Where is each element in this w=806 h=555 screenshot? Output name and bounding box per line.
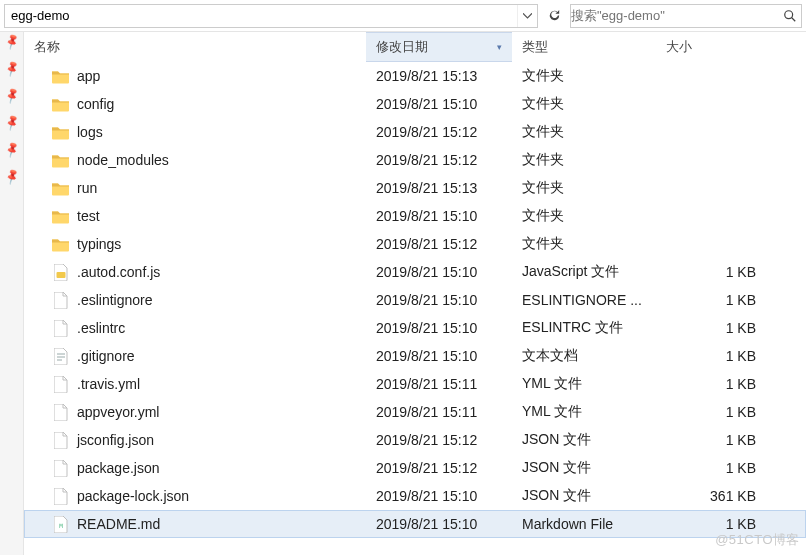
search-icon xyxy=(783,9,797,23)
file-name: README.md xyxy=(77,516,160,532)
table-row[interactable]: node_modules2019/8/21 15:12文件夹 xyxy=(24,146,806,174)
address-input[interactable] xyxy=(5,8,517,23)
cell-name: package.json xyxy=(24,460,366,477)
cell-size: 361 KB xyxy=(656,488,776,504)
table-row[interactable]: .eslintrc2019/8/21 15:10ESLINTRC 文件1 KB xyxy=(24,314,806,342)
file-rows: app2019/8/21 15:13文件夹config2019/8/21 15:… xyxy=(24,62,806,538)
file-list-view: 名称 修改日期 ▾ 类型 大小 app2019/8/21 15:13文件夹con… xyxy=(24,32,806,555)
cell-date: 2019/8/21 15:10 xyxy=(366,208,512,224)
folder-icon xyxy=(52,180,69,197)
table-row[interactable]: config2019/8/21 15:10文件夹 xyxy=(24,90,806,118)
cell-date: 2019/8/21 15:13 xyxy=(366,180,512,196)
table-row[interactable]: .eslintignore2019/8/21 15:10ESLINTIGNORE… xyxy=(24,286,806,314)
cell-date: 2019/8/21 15:10 xyxy=(366,264,512,280)
table-row[interactable]: typings2019/8/21 15:12文件夹 xyxy=(24,230,806,258)
folder-icon xyxy=(52,124,69,141)
pin-icon: 📌 xyxy=(2,86,21,104)
nav-pane-collapsed: 📌 📌 📌 📌 📌 📌 xyxy=(0,32,24,555)
header-name[interactable]: 名称 xyxy=(24,32,366,62)
folder-icon xyxy=(52,68,69,85)
header-date-label: 修改日期 xyxy=(376,38,428,56)
cell-date: 2019/8/21 15:11 xyxy=(366,376,512,392)
text-file-icon xyxy=(52,348,69,365)
svg-line-1 xyxy=(792,17,796,21)
cell-name: jsconfig.json xyxy=(24,432,366,449)
cell-name: typings xyxy=(24,236,366,253)
svg-rect-2 xyxy=(56,272,65,278)
table-row[interactable]: .travis.yml2019/8/21 15:11YML 文件1 KB xyxy=(24,370,806,398)
address-history-dropdown[interactable] xyxy=(517,5,537,27)
search-button[interactable] xyxy=(779,9,801,23)
table-row[interactable]: logs2019/8/21 15:12文件夹 xyxy=(24,118,806,146)
file-name: package.json xyxy=(77,460,160,476)
header-date[interactable]: 修改日期 ▾ xyxy=(366,32,512,62)
cell-type: JavaScript 文件 xyxy=(512,263,656,281)
cell-size: 1 KB xyxy=(656,460,776,476)
cell-name: MREADME.md xyxy=(24,516,366,533)
file-name: .eslintrc xyxy=(77,320,125,336)
file-name: package-lock.json xyxy=(77,488,189,504)
cell-type: JSON 文件 xyxy=(512,459,656,477)
table-row[interactable]: run2019/8/21 15:13文件夹 xyxy=(24,174,806,202)
file-name: logs xyxy=(77,124,103,140)
cell-date: 2019/8/21 15:12 xyxy=(366,432,512,448)
pin-icon: 📌 xyxy=(2,59,21,77)
file-name: node_modules xyxy=(77,152,169,168)
table-row[interactable]: MREADME.md2019/8/21 15:10Markdown File1 … xyxy=(24,510,806,538)
cell-type: 文件夹 xyxy=(512,151,656,169)
table-row[interactable]: package.json2019/8/21 15:12JSON 文件1 KB xyxy=(24,454,806,482)
file-name: config xyxy=(77,96,114,112)
pin-icon: 📌 xyxy=(2,113,21,131)
cell-name: .gitignore xyxy=(24,348,366,365)
cell-name: node_modules xyxy=(24,152,366,169)
cell-type: 文本文档 xyxy=(512,347,656,365)
cell-type: YML 文件 xyxy=(512,375,656,393)
svg-point-0 xyxy=(785,10,793,18)
cell-size: 1 KB xyxy=(656,348,776,364)
cell-name: run xyxy=(24,180,366,197)
pin-icon: 📌 xyxy=(2,32,21,50)
table-row[interactable]: app2019/8/21 15:13文件夹 xyxy=(24,62,806,90)
file-name: test xyxy=(77,208,100,224)
cell-size: 1 KB xyxy=(656,432,776,448)
cell-date: 2019/8/21 15:10 xyxy=(366,488,512,504)
table-row[interactable]: .gitignore2019/8/21 15:10文本文档1 KB xyxy=(24,342,806,370)
cell-date: 2019/8/21 15:11 xyxy=(366,404,512,420)
folder-icon xyxy=(52,208,69,225)
toolbar xyxy=(0,0,806,32)
table-row[interactable]: appveyor.yml2019/8/21 15:11YML 文件1 KB xyxy=(24,398,806,426)
table-row[interactable]: test2019/8/21 15:10文件夹 xyxy=(24,202,806,230)
search-input[interactable] xyxy=(571,8,779,23)
file-name: .travis.yml xyxy=(77,376,140,392)
cell-type: ESLINTIGNORE ... xyxy=(512,292,656,308)
cell-name: .travis.yml xyxy=(24,376,366,393)
table-row[interactable]: jsconfig.json2019/8/21 15:12JSON 文件1 KB xyxy=(24,426,806,454)
file-name: .eslintignore xyxy=(77,292,153,308)
svg-text:M: M xyxy=(59,522,63,529)
column-headers: 名称 修改日期 ▾ 类型 大小 xyxy=(24,32,806,62)
pin-icon: 📌 xyxy=(2,167,21,185)
cell-date: 2019/8/21 15:12 xyxy=(366,236,512,252)
cell-date: 2019/8/21 15:12 xyxy=(366,152,512,168)
header-size[interactable]: 大小 xyxy=(656,32,776,62)
cell-name: app xyxy=(24,68,366,85)
header-type[interactable]: 类型 xyxy=(512,32,656,62)
table-row[interactable]: .autod.conf.js2019/8/21 15:10JavaScript … xyxy=(24,258,806,286)
cell-date: 2019/8/21 15:10 xyxy=(366,320,512,336)
cell-type: YML 文件 xyxy=(512,403,656,421)
address-bar[interactable] xyxy=(4,4,538,28)
pin-icon: 📌 xyxy=(2,140,21,158)
cell-type: Markdown File xyxy=(512,516,656,532)
table-row[interactable]: package-lock.json2019/8/21 15:10JSON 文件3… xyxy=(24,482,806,510)
refresh-button[interactable] xyxy=(542,4,566,28)
cell-date: 2019/8/21 15:12 xyxy=(366,124,512,140)
js-file-icon xyxy=(52,264,69,281)
cell-size: 1 KB xyxy=(656,376,776,392)
file-icon xyxy=(52,404,69,421)
cell-type: ESLINTRC 文件 xyxy=(512,319,656,337)
cell-name: appveyor.yml xyxy=(24,404,366,421)
file-icon xyxy=(52,460,69,477)
file-icon xyxy=(52,376,69,393)
search-box[interactable] xyxy=(570,4,802,28)
cell-type: 文件夹 xyxy=(512,67,656,85)
